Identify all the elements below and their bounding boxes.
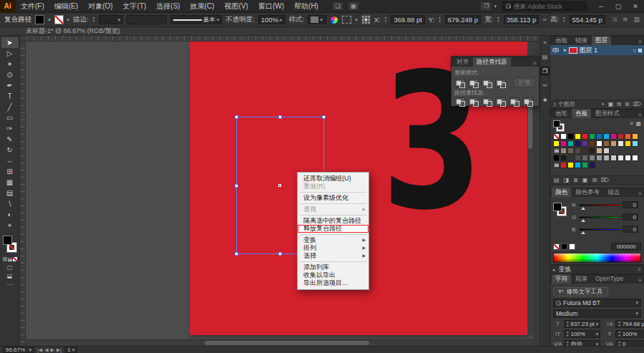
selection-handle[interactable] (278, 115, 282, 119)
tab-图层[interactable]: 图层 (592, 36, 611, 45)
menu-item[interactable]: 帮助(H) (289, 0, 323, 13)
reference-point-widget[interactable] (361, 15, 371, 24)
panel-menu-icon[interactable]: ≡ (636, 39, 644, 45)
last-artboard-icon[interactable]: ▶| (57, 347, 62, 353)
panel-menu-icon[interactable]: ≡ (636, 277, 644, 284)
vertical-scale-field[interactable]: IT100%▾ (553, 330, 600, 338)
next-artboard-icon[interactable]: ▶ (51, 347, 54, 353)
shape-builder-tool[interactable]: ⊞ (1, 166, 19, 177)
transform-panel-header[interactable]: ▸ 变换 ≡ (550, 265, 644, 274)
color-panel-icon[interactable]: ▤ (540, 52, 550, 62)
swatch[interactable] (582, 140, 588, 147)
panel-menu-icon[interactable]: ≡ (638, 266, 641, 273)
context-menu-item[interactable]: 排列▶ (298, 244, 369, 252)
white-swatch-icon[interactable] (569, 243, 575, 250)
context-menu-item[interactable]: 还原取消编组(U) (298, 175, 369, 183)
selection-tool[interactable]: ➤ (1, 37, 19, 48)
swatch[interactable] (589, 155, 595, 161)
y-stepper[interactable] (438, 16, 441, 23)
stock-search[interactable] (502, 1, 587, 11)
r-value-field[interactable]: 0 (623, 201, 638, 208)
swatches-fill-stroke-proxy[interactable] (553, 120, 566, 132)
swatch[interactable] (582, 148, 588, 154)
layer-name[interactable]: 图层 1 (580, 46, 598, 55)
swatch[interactable] (632, 155, 638, 161)
tab-描边[interactable]: 描边 (604, 188, 623, 197)
font-family-field[interactable]: Futura Md BT ▾ (553, 299, 641, 307)
none-swatch-icon[interactable] (553, 243, 560, 250)
b-slider[interactable] (579, 228, 620, 231)
color-themes-icon[interactable]: ◨ (564, 177, 570, 183)
context-menu-item[interactable]: 变换▶ (298, 236, 369, 244)
horizontal-scale-field-box[interactable]: 100%▾ (615, 330, 644, 338)
tab-颜色[interactable]: 颜色 (552, 188, 571, 197)
black-swatch-icon[interactable] (561, 243, 567, 250)
swatch[interactable] (582, 155, 588, 161)
context-menu-item[interactable]: 添加到库 (298, 263, 369, 271)
swatch[interactable] (596, 133, 602, 140)
new-sublayer-icon[interactable]: ⧉ (617, 101, 621, 108)
workspace-switcher[interactable]: ❐ ▾ (480, 1, 497, 11)
g-value-field[interactable]: 0 (623, 213, 638, 221)
tab-段落[interactable]: 段落 (572, 274, 591, 284)
swatch[interactable] (589, 133, 595, 140)
swatch[interactable] (589, 148, 595, 154)
exclude-button[interactable] (495, 79, 506, 87)
panel-menu-icon[interactable]: ≡ (636, 112, 644, 118)
swatch[interactable] (567, 155, 574, 161)
swatch[interactable] (589, 140, 595, 147)
search-input[interactable] (514, 3, 583, 10)
menu-item[interactable]: 编辑(E) (49, 0, 83, 13)
touch-type-tool-button[interactable]: T¹ 修饰文字工具 (553, 287, 608, 296)
swatches-panel-icon[interactable]: ❐ (540, 67, 550, 76)
expand-arrow-icon[interactable]: ▸ (564, 47, 567, 53)
crop-button[interactable] (495, 97, 506, 106)
swatch[interactable] (575, 148, 581, 154)
link-dimensions-icon[interactable]: ∞ (542, 16, 547, 23)
prev-artboard-icon[interactable]: ◀ (44, 347, 48, 353)
swatch[interactable] (567, 133, 574, 140)
color-spectrum-bar[interactable] (553, 253, 641, 263)
y-field[interactable]: 679.248 p (445, 15, 481, 24)
color-group-swatch[interactable] (553, 148, 560, 154)
tab-色板[interactable]: 色板 (572, 109, 591, 118)
locate-object-icon[interactable]: ⌖ (601, 101, 605, 108)
slider-handle-icon[interactable] (581, 219, 585, 222)
divide-button[interactable] (454, 97, 465, 106)
context-menu-item[interactable]: 选择▶ (298, 252, 369, 260)
swatch[interactable] (567, 162, 574, 168)
more-tools-button[interactable]: ⋯ (7, 281, 13, 288)
slider-handle-icon[interactable] (581, 231, 585, 234)
layer-thumbnail[interactable] (569, 47, 577, 54)
screen-mode-button[interactable]: ⬓ (7, 273, 13, 279)
swatch[interactable] (560, 162, 567, 168)
pen-tool[interactable]: ✒ (1, 80, 19, 91)
context-menu-item[interactable]: 隔离选中的复合路径 (298, 217, 369, 225)
swatch[interactable] (596, 155, 602, 161)
artboard-number-field[interactable]: 1 ▾ (64, 347, 77, 353)
eyedropper-tool[interactable]: ∖ (1, 198, 19, 209)
isolate-icon[interactable]: ≋ (623, 16, 628, 24)
zoom-tool[interactable]: ⌖ (1, 220, 19, 231)
fill-color-well[interactable] (35, 15, 44, 24)
swatch[interactable] (575, 140, 581, 147)
swatch[interactable] (560, 148, 567, 154)
outline-button[interactable] (509, 97, 519, 106)
swatch[interactable] (610, 140, 617, 147)
swatch[interactable] (575, 162, 581, 168)
visibility-eye-icon[interactable] (552, 48, 559, 52)
brushes-panel-icon[interactable]: ✑ (540, 81, 550, 90)
x-stepper[interactable] (384, 16, 387, 23)
swatch[interactable] (553, 140, 560, 147)
r-slider[interactable] (579, 204, 620, 206)
menu-item[interactable]: 对象(O) (83, 0, 117, 13)
context-menu-item[interactable]: 设为像素级优化 (298, 194, 369, 202)
selection-center-point[interactable] (278, 184, 281, 187)
draw-normal-mode-button[interactable]: ▢ (7, 264, 13, 271)
selection-handle[interactable] (322, 115, 326, 119)
fill-proxy-icon[interactable] (553, 203, 562, 211)
width-field[interactable]: 358.113 p (504, 15, 540, 24)
swatch[interactable] (603, 155, 610, 161)
delete-swatch-icon[interactable]: ⌦ (601, 177, 609, 183)
swatch[interactable] (582, 162, 588, 168)
